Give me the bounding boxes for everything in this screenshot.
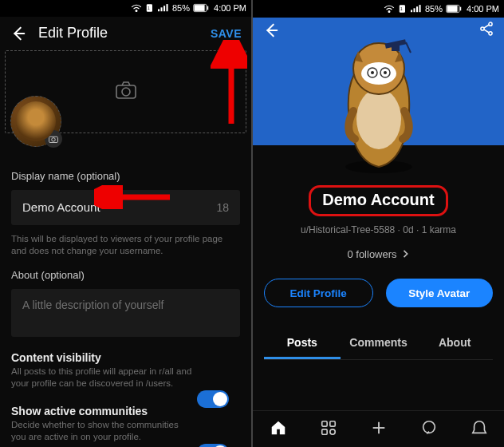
sim-icon: 1 <box>398 4 408 14</box>
svg-point-16 <box>388 11 390 13</box>
content-visibility-label: Content visibility <box>11 351 240 364</box>
tab-about[interactable]: About <box>416 328 493 359</box>
display-name-hint: This will be displayed to viewers of you… <box>11 233 240 258</box>
svg-rect-43 <box>329 421 334 425</box>
clock-text: 4:00 PM <box>214 3 246 13</box>
chevron-right-icon <box>402 248 410 260</box>
svg-rect-4 <box>161 8 163 12</box>
battery-icon <box>193 3 209 13</box>
profile-display-name: Demo Account <box>322 191 434 208</box>
svg-rect-8 <box>195 6 205 12</box>
page-title: Edit Profile <box>38 25 211 42</box>
svg-point-38 <box>384 71 387 74</box>
bottom-nav <box>253 410 504 447</box>
battery-percent: 85% <box>172 3 190 13</box>
profile-tabs: Posts Comments About <box>264 328 493 360</box>
status-bar: 1 85% 4:00 PM <box>0 0 251 17</box>
profile-subline: u/Historical-Tree-5588 · 0d · 1 karma <box>264 224 493 235</box>
wifi-icon <box>131 3 142 13</box>
inbox-icon[interactable] <box>471 419 488 440</box>
camera-icon <box>116 81 136 102</box>
sim-icon: 1 <box>145 3 155 13</box>
tab-comments[interactable]: Comments <box>341 328 417 359</box>
content-visibility-sub: All posts to this profile will appear in… <box>11 366 240 390</box>
svg-point-0 <box>136 10 137 12</box>
followers-link[interactable]: 0 followers <box>347 248 409 260</box>
svg-point-45 <box>329 429 334 433</box>
svg-point-32 <box>356 89 401 149</box>
svg-rect-22 <box>419 5 421 12</box>
back-arrow-icon[interactable] <box>10 25 27 42</box>
tab-posts[interactable]: Posts <box>264 328 341 359</box>
home-icon[interactable] <box>270 419 287 440</box>
svg-point-37 <box>371 71 374 74</box>
svg-rect-24 <box>447 6 458 12</box>
profile-screen: 1 85% 4:00 PM <box>253 0 504 447</box>
battery-icon <box>446 4 462 14</box>
avatar-upload[interactable] <box>10 96 61 147</box>
svg-point-11 <box>122 88 130 96</box>
signal-icon <box>158 3 169 13</box>
display-name-input[interactable]: Demo Account 18 <box>11 190 240 225</box>
svg-text:1: 1 <box>148 6 150 10</box>
edit-profile-screen: 1 85% 4:00 PM Edit Profile SAVE Display … <box>0 0 251 447</box>
svg-rect-9 <box>207 6 209 10</box>
create-post-icon[interactable] <box>370 419 388 440</box>
save-button[interactable]: SAVE <box>211 27 242 40</box>
svg-point-13 <box>52 138 56 142</box>
display-name-highlight: Demo Account <box>309 185 447 216</box>
display-name-value: Demo Account <box>22 200 216 214</box>
char-count: 18 <box>216 201 229 214</box>
chat-icon[interactable] <box>420 419 438 440</box>
back-arrow-icon[interactable] <box>262 22 280 39</box>
about-input[interactable]: A little description of yourself <box>11 289 240 337</box>
clock-text: 4:00 PM <box>467 4 499 14</box>
svg-rect-6 <box>167 5 168 12</box>
svg-text:1: 1 <box>400 7 403 11</box>
show-communities-label: Show active communities <box>11 405 240 417</box>
svg-rect-42 <box>321 421 326 425</box>
discover-icon[interactable] <box>320 419 337 440</box>
svg-line-41 <box>406 42 411 53</box>
profile-avatar <box>323 35 435 175</box>
followers-label: 0 followers <box>347 248 396 260</box>
display-name-label: Display name (optional) <box>11 170 240 182</box>
banner-upload-area[interactable] <box>5 50 246 133</box>
battery-percent: 85% <box>425 4 443 14</box>
edit-profile-label: Edit Profile <box>290 287 347 299</box>
share-icon[interactable] <box>478 21 494 40</box>
svg-rect-40 <box>392 45 400 51</box>
svg-rect-20 <box>414 8 415 12</box>
status-bar: 1 85% 4:00 PM <box>253 0 504 18</box>
svg-rect-3 <box>158 10 159 12</box>
style-avatar-label: Style Avatar <box>408 287 470 299</box>
camera-icon <box>45 130 62 148</box>
wifi-icon <box>384 4 395 14</box>
svg-line-30 <box>484 30 490 33</box>
about-placeholder: A little description of yourself <box>22 299 163 311</box>
signal-icon <box>411 4 422 14</box>
svg-rect-5 <box>163 6 165 12</box>
about-label: About (optional) <box>11 269 240 281</box>
style-avatar-button[interactable]: Style Avatar <box>386 279 494 307</box>
show-communities-sub: Decide whether to show the communities y… <box>11 419 240 444</box>
edit-profile-header: Edit Profile SAVE <box>0 17 251 50</box>
profile-banner <box>253 18 504 145</box>
svg-rect-25 <box>460 7 462 11</box>
svg-point-48 <box>423 421 435 433</box>
svg-point-34 <box>361 62 396 85</box>
show-communities-toggle[interactable] <box>197 444 229 447</box>
svg-line-29 <box>484 25 490 28</box>
svg-rect-21 <box>416 6 418 12</box>
svg-rect-44 <box>321 429 326 433</box>
edit-profile-button[interactable]: Edit Profile <box>264 279 373 307</box>
svg-rect-19 <box>411 10 412 12</box>
